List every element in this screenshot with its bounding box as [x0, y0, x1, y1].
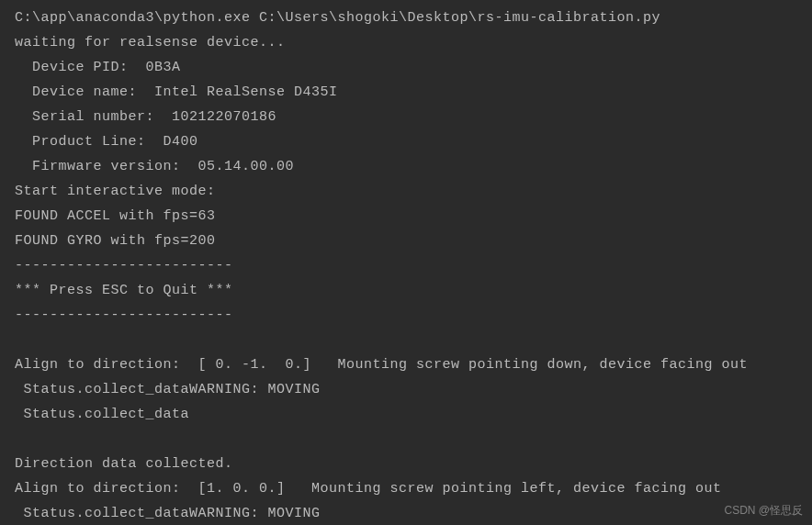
terminal-line: -------------------------	[15, 253, 797, 278]
terminal-line: Status.collect_dataWARNING: MOVING	[15, 501, 797, 525]
terminal-line: Product Line: D400	[15, 129, 797, 154]
terminal-line: -------------------------	[15, 303, 797, 328]
terminal-line: Direction data collected.	[15, 452, 797, 476]
terminal-output: C:\app\anaconda3\python.exe C:\Users\sho…	[15, 6, 797, 525]
terminal-line: Firmware version: 05.14.00.00	[15, 154, 797, 179]
terminal-line: Align to direction: [ 0. -1. 0.] Mountin…	[15, 352, 797, 377]
terminal-line	[15, 328, 797, 352]
terminal-line: Align to direction: [1. 0. 0.] Mounting …	[15, 476, 797, 501]
terminal-line	[15, 427, 797, 452]
terminal-line: Status.collect_dataWARNING: MOVING	[15, 377, 797, 402]
terminal-line: Device PID: 0B3A	[15, 55, 797, 80]
terminal-line: FOUND ACCEL with fps=63	[15, 204, 797, 229]
terminal-line: C:\app\anaconda3\python.exe C:\Users\sho…	[15, 6, 797, 30]
terminal-line: Serial number: 102122070186	[15, 105, 797, 129]
terminal-line: Start interactive mode:	[15, 179, 797, 204]
terminal-line: waiting for realsense device...	[15, 30, 797, 55]
terminal-line: Device name: Intel RealSense D435I	[15, 80, 797, 105]
terminal-line: *** Press ESC to Quit ***	[15, 278, 797, 303]
terminal-line: FOUND GYRO with fps=200	[15, 229, 797, 253]
terminal-line: Status.collect_data	[15, 402, 797, 427]
watermark-text: CSDN @怪思反	[724, 501, 803, 521]
